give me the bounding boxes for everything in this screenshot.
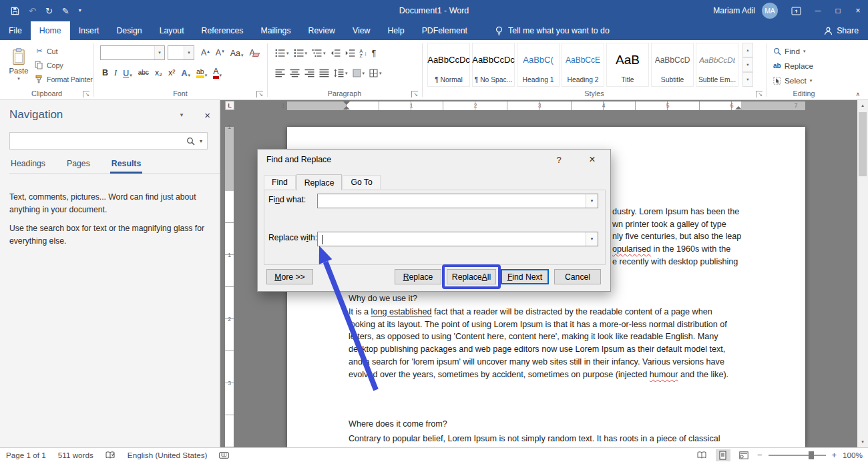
tab-layout[interactable]: Layout: [151, 21, 193, 40]
dropdown-icon[interactable]: ▾: [379, 71, 382, 76]
style-normal[interactable]: AaBbCcDc¶ Normal: [427, 43, 470, 87]
search-options-dropdown-icon[interactable]: ▾: [200, 138, 202, 144]
shrink-font-button[interactable]: A▾: [214, 47, 226, 59]
font-name-dropdown-icon[interactable]: ▾: [154, 46, 164, 59]
right-indent-marker[interactable]: [735, 106, 742, 109]
tab-selector-box[interactable]: L: [225, 101, 234, 110]
find-button[interactable]: Find ▾: [773, 45, 813, 57]
find-what-dropdown-icon[interactable]: ▾: [586, 194, 598, 208]
dialog-tab-replace[interactable]: Replace: [296, 174, 343, 190]
tell-me-box[interactable]: Tell me what you want to do: [495, 21, 610, 40]
align-center-button[interactable]: [288, 67, 301, 79]
dialog-close-button[interactable]: ×: [581, 150, 604, 170]
dropdown-icon[interactable]: ▾: [345, 71, 348, 76]
word-count[interactable]: 511 words: [52, 451, 99, 459]
tab-pdfelement[interactable]: PDFelement: [413, 21, 476, 40]
share-button[interactable]: Share: [824, 21, 859, 40]
hanging-indent-marker[interactable]: [343, 106, 350, 109]
dropdown-icon[interactable]: ▾: [305, 51, 308, 56]
font-size-dropdown-icon[interactable]: ▾: [184, 46, 194, 59]
navigation-search-input[interactable]: [15, 136, 182, 146]
styles-dialog-launcher-icon[interactable]: ↘: [756, 91, 763, 97]
keyboard-icon[interactable]: [213, 452, 235, 459]
dialog-help-button[interactable]: ?: [549, 150, 569, 170]
shading-button[interactable]: ▾: [351, 67, 367, 79]
nav-tab-results[interactable]: Results: [110, 159, 142, 168]
dropdown-icon[interactable]: ▾: [220, 73, 222, 77]
multilevel-list-button[interactable]: ▾: [310, 47, 327, 59]
style-subtle[interactable]: AaBbCcDtSubtle Em...: [696, 43, 738, 87]
find-what-input[interactable]: [318, 194, 586, 208]
numbering-button[interactable]: ▾: [292, 47, 309, 59]
grow-font-button[interactable]: A▴: [199, 47, 212, 59]
ribbon-display-options-icon[interactable]: [791, 7, 801, 15]
strikethrough-button[interactable]: abc: [136, 68, 151, 78]
paragraph-dialog-launcher-icon[interactable]: ↘: [411, 91, 418, 97]
user-name[interactable]: Mariam Adil: [713, 6, 755, 15]
dialog-tab-find[interactable]: Find: [264, 175, 296, 189]
replace-with-input[interactable]: [318, 232, 586, 246]
page-info[interactable]: Page 1 of 1: [0, 451, 52, 459]
change-case-button[interactable]: Aa▾: [228, 47, 246, 59]
find-what-combo[interactable]: ▾: [317, 194, 598, 208]
align-right-button[interactable]: [303, 67, 316, 79]
navigation-options-dropdown-icon[interactable]: ▾: [180, 111, 184, 118]
text-effects-button[interactable]: A▾: [179, 67, 192, 79]
web-layout-icon[interactable]: [736, 449, 751, 461]
zoom-out-button[interactable]: −: [757, 450, 763, 460]
styles-scroll-up-icon[interactable]: ▴: [742, 43, 753, 57]
tab-insert[interactable]: Insert: [70, 21, 108, 40]
dropdown-icon[interactable]: ▾: [363, 71, 365, 76]
font-color-button[interactable]: A▾: [211, 66, 224, 80]
tab-references[interactable]: References: [193, 21, 252, 40]
tab-design[interactable]: Design: [107, 21, 150, 40]
minimize-button[interactable]: ─: [808, 0, 828, 21]
style-title[interactable]: AaBTitle: [606, 43, 649, 87]
cancel-button[interactable]: Cancel: [554, 269, 601, 284]
undo-icon[interactable]: ↶: [29, 7, 36, 15]
bold-button[interactable]: B: [100, 67, 110, 79]
redo-icon[interactable]: ↻: [45, 7, 53, 15]
font-size-combo[interactable]: ▾: [168, 45, 194, 60]
style-subtitle[interactable]: AaBbCcDSubtitle: [651, 43, 694, 87]
dialog-tab-goto[interactable]: Go To: [343, 175, 380, 189]
tab-view[interactable]: View: [344, 21, 379, 40]
dropdown-icon[interactable]: ▾: [286, 51, 289, 56]
pen-icon[interactable]: ✎: [62, 7, 69, 15]
scroll-down-icon[interactable]: ▾: [857, 437, 868, 447]
zoom-slider-thumb[interactable]: [809, 451, 814, 459]
replace-with-dropdown-icon[interactable]: ▾: [586, 232, 598, 246]
justify-button[interactable]: [318, 67, 331, 79]
italic-button[interactable]: I: [112, 67, 119, 79]
text-highlight-color-button[interactable]: ab▾: [194, 67, 209, 79]
navigation-close-icon[interactable]: ×: [202, 109, 213, 121]
collapse-ribbon-icon[interactable]: ∧: [855, 91, 860, 97]
bullets-button[interactable]: ▾: [274, 47, 290, 59]
underline-button[interactable]: U▾: [121, 67, 134, 79]
style-nospacing[interactable]: AaBbCcDc¶ No Spac...: [472, 43, 515, 87]
nav-tab-pages[interactable]: Pages: [65, 159, 91, 168]
style-h1[interactable]: AaBbC(Heading 1: [517, 43, 560, 87]
dropdown-icon[interactable]: ▾: [241, 53, 244, 57]
font-dialog-launcher-icon[interactable]: ↘: [256, 91, 263, 97]
superscript-button[interactable]: x²: [166, 67, 177, 79]
proofing-errors-icon[interactable]: [99, 451, 122, 459]
dropdown-icon[interactable]: ▾: [188, 73, 190, 77]
tab-help[interactable]: Help: [379, 21, 413, 40]
maximize-button[interactable]: □: [828, 0, 848, 21]
zoom-level[interactable]: 100%: [843, 451, 863, 459]
tab-home[interactable]: Home: [31, 21, 70, 40]
zoom-slider[interactable]: [769, 455, 826, 456]
read-mode-icon[interactable]: [695, 449, 710, 461]
zoom-in-button[interactable]: +: [832, 450, 837, 460]
styles-more-icon[interactable]: ▾: [742, 72, 753, 87]
font-name-input[interactable]: [101, 49, 154, 57]
styles-scroll-down-icon[interactable]: ▾: [742, 57, 753, 72]
replace-button[interactable]: ab Replace: [773, 59, 813, 72]
replace-action-button[interactable]: Replace: [395, 269, 441, 284]
find-dropdown-icon[interactable]: ▾: [803, 49, 806, 54]
format-painter-button[interactable]: Format Painter: [35, 73, 93, 85]
vertical-scrollbar[interactable]: ▴ ▾: [857, 100, 868, 447]
dropdown-icon[interactable]: ▾: [130, 73, 132, 77]
tab-review[interactable]: Review: [300, 21, 344, 40]
